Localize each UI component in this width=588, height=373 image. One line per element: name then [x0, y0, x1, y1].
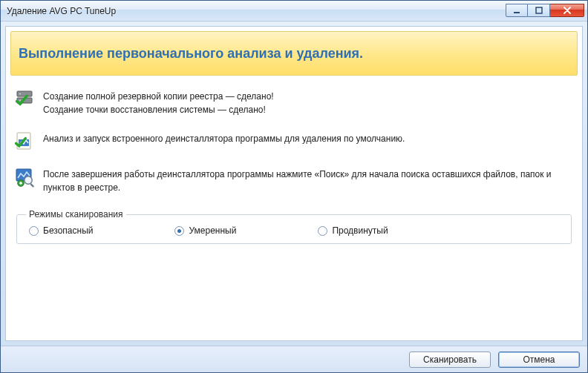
svg-point-5	[19, 100, 21, 102]
step-backup: Создание полной резервной копии реестра …	[15, 89, 573, 116]
svg-rect-1	[536, 7, 542, 13]
body: Создание полной резервной копии реестра …	[6, 76, 582, 340]
radio-safe-input[interactable]	[29, 226, 39, 236]
window-title: Удаление AVG PC TuneUp	[7, 6, 506, 16]
scan-button[interactable]: Сканировать	[409, 351, 491, 368]
cancel-button[interactable]: Отмена	[498, 351, 580, 368]
scan-modes-radios: Безопасный Умеренный Продвинутый	[26, 225, 562, 236]
analyze-icon	[15, 131, 36, 152]
svg-point-4	[19, 93, 21, 95]
step-analyze: Анализ и запуск встроенного деинсталлято…	[15, 131, 573, 152]
backup-line1: Создание полной резервной копии реестра …	[43, 90, 274, 103]
content-panel: Выполнение первоначального анализа и уда…	[5, 26, 583, 341]
uninstall-dialog: Удаление AVG PC TuneUp Выполнение первон…	[0, 0, 588, 373]
scan-modes-legend: Режимы сканирования	[26, 209, 126, 219]
radio-moderate[interactable]: Умеренный	[174, 225, 236, 236]
banner-title: Выполнение первоначального анализа и уда…	[19, 46, 363, 62]
step-analyze-text: Анализ и запуск встроенного деинсталлято…	[43, 131, 405, 145]
titlebar[interactable]: Удаление AVG PC TuneUp	[1, 1, 587, 22]
close-button[interactable]	[550, 4, 584, 17]
scan-modes-group: Режимы сканирования Безопасный Умеренный…	[16, 209, 572, 244]
svg-point-9	[24, 176, 32, 184]
step-postsearch: После завершения работы деинсталлятора п…	[15, 167, 573, 194]
radio-safe-label: Безопасный	[43, 225, 93, 236]
status-banner: Выполнение первоначального анализа и уда…	[10, 31, 578, 76]
minimize-button[interactable]	[506, 4, 528, 17]
radio-advanced[interactable]: Продвинутый	[318, 225, 388, 236]
radio-advanced-label: Продвинутый	[332, 225, 388, 236]
radio-advanced-input[interactable]	[318, 226, 327, 236]
step-postsearch-text: После завершения работы деинсталлятора п…	[43, 167, 573, 194]
svg-rect-0	[514, 12, 520, 13]
search-leftovers-icon	[15, 167, 36, 188]
step-backup-text: Создание полной резервной копии реестра …	[43, 89, 274, 116]
maximize-button[interactable]	[528, 4, 550, 17]
backup-line2: Создание точки восстановления системы — …	[43, 103, 274, 116]
radio-moderate-label: Умеренный	[189, 225, 236, 236]
svg-rect-10	[30, 183, 34, 188]
backup-done-icon	[15, 89, 36, 110]
window-controls	[506, 4, 584, 17]
dialog-footer: Сканировать Отмена	[1, 346, 587, 372]
radio-moderate-input[interactable]	[174, 226, 184, 236]
radio-safe[interactable]: Безопасный	[29, 225, 93, 236]
